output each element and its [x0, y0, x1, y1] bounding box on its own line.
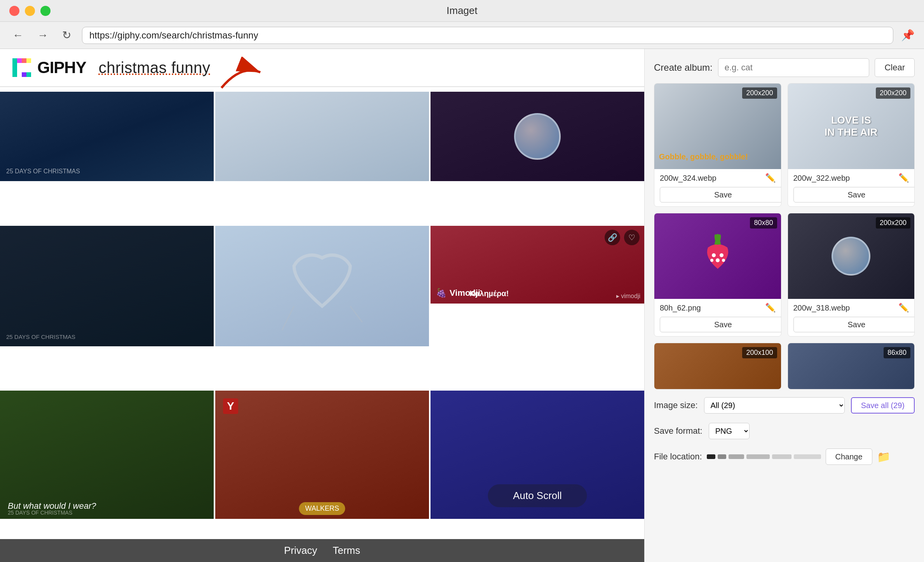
image-card-3: 80x80	[654, 213, 781, 337]
reload-button[interactable]: ↻	[59, 27, 74, 43]
forward-button[interactable]: →	[34, 28, 51, 43]
gif-cell-4[interactable]: 25 DAYS OF CHRISTMAS	[0, 226, 214, 346]
image-card-1: 200x200 Gobble, gobble, gobble! 200w_324…	[654, 83, 781, 207]
main-layout: GIPHY christmas funny	[0, 49, 924, 562]
search-term-text: christmas funny	[99, 59, 211, 77]
save-button-3[interactable]: Save	[660, 317, 781, 332]
path-dot-3	[729, 454, 744, 459]
size-badge-1: 200x200	[742, 87, 777, 99]
gobble-overlay: Gobble, gobble, gobble!	[659, 152, 748, 161]
gif-grid: 25 DAYS OF CHRISTMAS 25 DAYS OF CHRISTMA…	[0, 92, 644, 562]
right-panel: Create album: Clear 200x200 Gobble, gobb…	[644, 49, 924, 562]
svg-rect-3	[26, 58, 31, 63]
partial-card-2: 86x80	[788, 343, 915, 389]
browser-toolbar: ← → ↻ 📌	[0, 22, 924, 49]
gif-overlay-icons: 🔗 ♡	[605, 230, 640, 245]
svg-rect-2	[22, 58, 26, 63]
clear-button[interactable]: Clear	[875, 58, 915, 77]
save-all-button[interactable]: Save all (29)	[851, 397, 915, 414]
save-format-label: Save format:	[654, 426, 703, 436]
mariah-y-badge: Y	[223, 398, 238, 414]
svg-point-13	[720, 253, 724, 257]
svg-rect-0	[12, 58, 17, 77]
save-button-4[interactable]: Save	[793, 317, 915, 332]
file-location-label: File location:	[654, 452, 702, 462]
vimodji-brand: ▸ vimodji	[616, 292, 640, 300]
app-title: Imaget	[446, 5, 478, 17]
auto-scroll-button[interactable]: Auto Scroll	[488, 484, 587, 507]
partial-preview-1: 200x100	[654, 343, 781, 389]
giphy-brand-text: GIPHY	[37, 58, 86, 77]
gif-cell-6[interactable]: 🔗 ♡ 🍇 Vimodji Καληµέρα! ▸ vimodji	[431, 226, 644, 304]
gif-cell-8[interactable]: Y WALKERS	[215, 391, 429, 519]
save-format-row: Save format: PNG JPG WEBP GIF	[654, 421, 915, 441]
days-badge-3: 25 DAYS OF CHRISTMAS	[8, 510, 72, 516]
svg-line-8	[350, 306, 362, 322]
gif-cell-5[interactable]	[215, 226, 429, 346]
partial-preview-2: 86x80	[788, 343, 915, 389]
walkers-badge: WALKERS	[299, 502, 345, 515]
file-path-dots	[707, 454, 821, 459]
svg-rect-4	[26, 72, 31, 77]
maximize-button[interactable]	[40, 6, 51, 16]
card-footer-2: 200w_322.webp ✏️	[788, 169, 915, 187]
search-overlay: GIPHY christmas funny	[0, 49, 644, 87]
strawberry-icon	[700, 234, 735, 274]
svg-point-16	[722, 259, 725, 262]
gif-cell-7[interactable]: But what would I wear? 25 DAYS OF CHRIST…	[0, 391, 214, 519]
partial-cards-row: 200x100 86x80	[654, 343, 915, 389]
privacy-terms-bar: Privacy Terms	[0, 539, 644, 562]
gif-cell-3[interactable]	[431, 92, 644, 181]
svg-point-14	[716, 258, 720, 262]
edit-icon-4[interactable]: ✏️	[898, 303, 909, 313]
gif-cell-9[interactable]: Auto Scroll	[431, 391, 644, 519]
window-controls	[9, 6, 51, 16]
address-bar-input[interactable]	[89, 30, 886, 41]
image-preview-3: 80x80	[654, 213, 781, 299]
privacy-link[interactable]: Privacy	[284, 545, 317, 557]
save-button-1[interactable]: Save	[660, 187, 781, 202]
size-badge-2: 200x200	[876, 87, 910, 99]
image-size-select[interactable]: All (29) 100x100 200x200 480w	[704, 397, 845, 414]
file-name-1: 200w_324.webp	[660, 174, 761, 183]
edit-icon-1[interactable]: ✏️	[765, 173, 776, 183]
save-button-2[interactable]: Save	[793, 187, 915, 202]
save-format-select[interactable]: PNG JPG WEBP GIF	[709, 423, 750, 439]
file-name-2: 200w_322.webp	[793, 174, 895, 183]
partial-size-badge-1: 200x100	[742, 347, 777, 358]
card-footer-4: 200w_318.webp ✏️	[788, 299, 915, 317]
image-preview-2: 200x200 LOVE ISIN THE AIR	[788, 84, 915, 169]
file-location-row: File location: Change 📁	[654, 447, 915, 466]
terms-link[interactable]: Terms	[333, 545, 360, 557]
card-footer-3: 80h_62.png ✏️	[654, 299, 781, 317]
image-card-4: 200x200 200w_318.webp ✏️ Save	[788, 213, 915, 337]
edit-icon-2[interactable]: ✏️	[898, 173, 909, 183]
close-button[interactable]	[9, 6, 19, 16]
image-size-row: Image size: All (29) 100x100 200x200 480…	[654, 396, 915, 415]
image-card-2: 200x200 LOVE ISIN THE AIR 200w_322.webp …	[788, 83, 915, 207]
svg-rect-5	[22, 72, 26, 77]
gif-cell-2[interactable]	[215, 92, 429, 181]
heart-icon-btn[interactable]: ♡	[624, 230, 640, 245]
album-name-input[interactable]	[718, 58, 870, 77]
titlebar: Imaget	[0, 0, 924, 22]
change-location-button[interactable]: Change	[826, 449, 872, 465]
days-badge-2: 25 DAYS OF CHRISTMAS	[6, 333, 75, 340]
folder-icon[interactable]: 📁	[877, 450, 891, 463]
minimize-button[interactable]	[25, 6, 35, 16]
size-badge-4: 200x200	[876, 217, 910, 229]
svg-point-15	[710, 259, 713, 262]
edit-icon-3[interactable]: ✏️	[765, 303, 776, 313]
image-preview-4: 200x200	[788, 213, 915, 299]
gif-cell-1[interactable]: 25 DAYS OF CHRISTMAS	[0, 92, 214, 181]
path-dot-1	[707, 454, 715, 459]
giphy-icon	[12, 58, 31, 77]
svg-line-7	[282, 306, 294, 330]
path-dot-5	[772, 454, 792, 459]
share-button[interactable]: 📌	[901, 29, 915, 42]
image-size-label: Image size:	[654, 400, 698, 410]
link-icon-btn[interactable]: 🔗	[605, 230, 620, 245]
svg-point-12	[712, 253, 716, 257]
back-button[interactable]: ←	[9, 28, 26, 43]
heart-cloud-svg	[215, 226, 429, 346]
